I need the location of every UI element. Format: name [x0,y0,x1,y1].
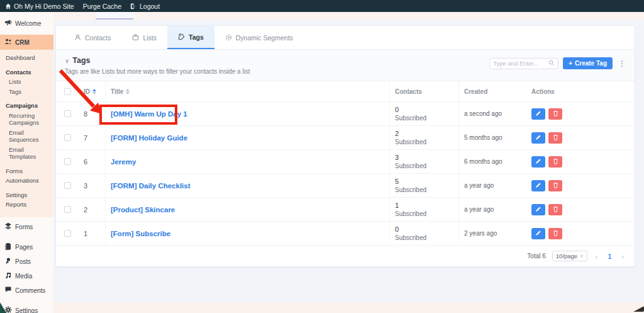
sidebar-item-lists[interactable]: Lists [0,77,53,87]
table-row: 8 [OMH] Warm Up Day 1 0Subscribed a seco… [56,102,635,126]
sort-icon-id[interactable] [92,89,96,94]
pencil-icon [535,133,541,142]
delete-tag-button[interactable] [548,180,562,191]
subscribed-label: Subscribed [395,186,426,194]
select-all-checkbox[interactable] [64,88,71,95]
top-strip [53,12,644,20]
forms-icon [4,222,12,231]
tag-id: 3 [79,174,105,197]
subscribed-label: Subscribed [395,210,426,218]
sidebar-item-recurring-campaigns[interactable]: Recurring Campaigns [0,111,53,128]
tag-title-link[interactable]: Jeremy [111,158,136,166]
pages-icon [4,242,12,251]
collapse-chevron-icon[interactable]: ∨ [65,57,69,64]
comments-icon [4,286,12,295]
delete-tag-button[interactable] [548,108,562,120]
tags-section-header: ∨ Tags Tags are like Lists but more ways… [56,50,635,81]
row-checkbox[interactable] [64,206,71,213]
table-row: 2 [Product] Skincare 1Subscribed a year … [56,198,635,222]
header-title[interactable]: Title [105,81,389,101]
row-checkbox[interactable] [64,230,71,237]
sidebar-item-tags[interactable]: Tags [0,87,53,97]
sidebar-item-posts[interactable]: Posts [0,254,53,269]
next-page-button[interactable]: › [619,253,626,260]
prev-page-button[interactable]: ‹ [594,253,600,260]
sidebar-item-media[interactable]: Media [0,269,53,283]
sidebar-item-crm-settings[interactable]: Settings [0,190,53,200]
sidebar-item-forms[interactable]: Forms [0,220,53,234]
delete-tag-button[interactable] [548,228,562,239]
tab-contacts[interactable]: Contacts [64,26,121,49]
pencil-icon [535,181,541,190]
tab-lists[interactable]: Lists [121,26,167,49]
table-row: 6 Jeremy 3Subscribed 6 months ago [56,150,635,174]
row-checkbox[interactable] [64,110,71,117]
tag-id: 6 [79,150,105,173]
tab-dynamic-segments[interactable]: Dynamic Segments [214,26,304,49]
tags-table: ID Title Contacts Created Actions 8 [OMH… [56,81,635,246]
purge-cache-link[interactable]: Purge Cache [83,3,121,10]
row-checkbox[interactable] [64,158,71,165]
sidebar-item-settings[interactable]: Settings [0,304,53,313]
site-home-link[interactable]: Oh My Hi Demo Site [5,3,74,10]
sidebar-item-dashboard[interactable]: Dashboard [0,53,53,63]
row-checkbox[interactable] [64,182,71,189]
logout-link[interactable]: Logout [130,3,160,10]
sidebar-item-reports[interactable]: Reports [0,200,53,210]
sidebar-lower-menu: Forms Pages Posts Media Comments Setting… [0,217,53,313]
table-row: 1 [Form] Subscribe 0Subscribed 2 years a… [56,222,635,246]
create-tag-button[interactable]: + Create Tag [563,57,613,69]
main-content: Contacts Lists Tags Dynamic Segments ∨ T… [53,12,644,313]
tag-title-link[interactable]: [FORM] Holiday Guide [111,134,187,142]
table-row: 7 [FORM] Holiday Guide 2Subscribed 5 mon… [56,126,635,150]
edit-tag-button[interactable] [531,204,545,215]
tag-title-link[interactable]: [FORM] Daily Checklist [111,182,191,190]
sidebar-item-crm-forms[interactable]: Forms [0,166,53,176]
crm-icon [4,38,12,47]
sidebar-item-email-templates[interactable]: Email Templates [0,145,53,162]
sidebar-item-crm[interactable]: CRM [0,35,53,50]
header-id[interactable]: ID [79,81,105,101]
created-at: 2 years ago [458,222,526,245]
sidebar-item-comments[interactable]: Comments [0,283,53,298]
page-number[interactable]: 1 [606,253,613,260]
sidebar-item-campaigns[interactable]: Campaigns [0,101,53,111]
admin-sidebar: Welcome CRM Dashboard Contacts Lists Tag… [0,12,53,313]
sidebar-item-contacts[interactable]: Contacts [0,67,53,77]
trash-icon [553,181,558,190]
edit-tag-button[interactable] [531,108,545,120]
edit-tag-button[interactable] [531,180,545,191]
header-contacts: Contacts [389,81,458,101]
tag-title-link[interactable]: [Product] Skincare [111,206,175,213]
search-icon[interactable] [548,60,555,67]
tab-tags[interactable]: Tags [167,26,214,49]
delete-tag-button[interactable] [548,204,562,215]
contact-count: 2 [395,130,426,138]
edit-tag-button[interactable] [531,132,545,144]
edit-tag-button[interactable] [531,228,545,239]
table-header-row: ID Title Contacts Created Actions [56,81,635,102]
sidebar-item-welcome[interactable]: Welcome [0,16,53,30]
admin-topbar: Oh My Hi Demo Site Purge Cache Logout [0,0,644,12]
briefcase-icon [132,34,139,41]
created-at: a year ago [458,198,526,221]
per-page-select[interactable]: 10/page ∨ [552,251,587,261]
tag-icon [178,33,185,40]
sidebar-item-pages[interactable]: Pages [0,240,53,254]
tag-search-box[interactable] [489,58,558,69]
kebab-menu-icon[interactable]: ⋮ [617,59,627,68]
sort-icon-title[interactable] [126,89,130,94]
tag-title-link[interactable]: [OMH] Warm Up Day 1 [111,110,187,118]
bottom-strip [53,302,644,313]
table-footer: Total 6 10/page ∨ ‹ 1 › [56,246,635,266]
tag-title-link[interactable]: [Form] Subscribe [111,230,170,237]
sidebar-item-email-sequences[interactable]: Email Sequences [0,128,53,145]
created-at: a year ago [458,174,526,197]
search-input[interactable] [493,60,546,67]
row-checkbox[interactable] [64,134,71,141]
delete-tag-button[interactable] [548,132,562,144]
edit-tag-button[interactable] [531,156,545,168]
sidebar-item-automations[interactable]: Automations [0,176,53,186]
nav-stub-highlight [96,12,133,20]
delete-tag-button[interactable] [548,156,562,168]
